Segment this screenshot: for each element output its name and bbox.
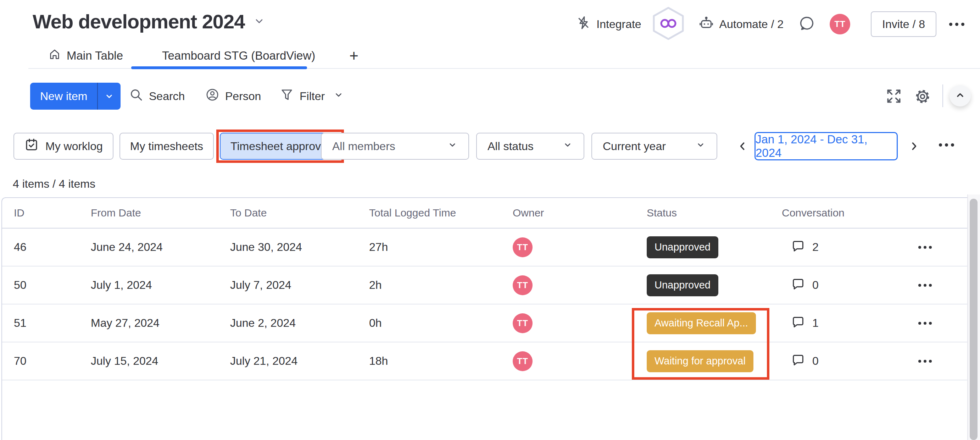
cell-to-date: July 21, 2024	[230, 354, 369, 368]
column-header-to-date[interactable]: To Date	[230, 207, 369, 219]
search-label: Search	[149, 90, 185, 103]
chip-label: Timesheet approval	[231, 140, 330, 153]
search-icon	[129, 87, 143, 105]
conversation-count: 2	[812, 241, 819, 254]
owner-avatar[interactable]: TT	[513, 238, 533, 257]
previous-period-button[interactable]	[735, 137, 750, 155]
owner-avatar[interactable]: TT	[513, 275, 533, 295]
speech-bubble-icon	[791, 315, 805, 332]
conversation-count: 0	[812, 279, 819, 292]
collapse-toolbar-button[interactable]	[950, 85, 971, 107]
status-badge[interactable]: Unapproved	[647, 236, 718, 258]
chevron-up-icon	[954, 89, 966, 102]
workflows-hexagon-badge[interactable]	[651, 6, 686, 42]
invite-button[interactable]: Invite / 8	[871, 11, 936, 37]
chevron-down-icon	[447, 139, 458, 153]
cell-from-date: July 15, 2024	[91, 354, 230, 368]
owner-avatar[interactable]: TT	[513, 351, 533, 371]
status-dropdown[interactable]: All status	[476, 133, 584, 160]
column-header-total-logged-time[interactable]: Total Logged Time	[369, 207, 513, 219]
next-period-button[interactable]	[906, 137, 922, 155]
add-view-button[interactable]: +	[344, 47, 364, 65]
status-badge[interactable]: Awaiting Recall Ap...	[647, 312, 756, 334]
person-icon	[205, 87, 220, 105]
chip-my-timesheets[interactable]: My timesheets	[119, 133, 214, 160]
integrate-button[interactable]: Integrate	[576, 15, 641, 33]
funnel-icon	[279, 87, 294, 105]
conversation-cell[interactable]: 2	[782, 239, 903, 256]
conversation-cell[interactable]: 1	[782, 315, 903, 332]
status-dropdown-value: All status	[487, 140, 534, 153]
filter-chips: My worklog My timesheets Timesheet appro…	[13, 133, 340, 160]
table-row: 70 July 15, 2024 July 21, 2024 18h TT Wa…	[2, 343, 968, 380]
header-more-menu[interactable]	[949, 23, 964, 26]
chevron-down-icon[interactable]	[253, 14, 266, 29]
cell-total-logged-time: 18h	[369, 354, 513, 368]
items-count: 4 items / 4 items	[13, 177, 95, 191]
board-header: Web development 2024	[33, 10, 266, 33]
speech-bubble-icon	[791, 277, 805, 294]
header-actions: Integrate Automate / 2 TT Invite / 8	[576, 8, 964, 40]
cell-to-date: July 7, 2024	[230, 279, 369, 292]
chip-label: My worklog	[45, 140, 103, 153]
new-item-split-button: New item	[30, 83, 121, 110]
members-dropdown[interactable]: All members	[321, 133, 469, 160]
status-badge[interactable]: Waiting for approval	[647, 350, 753, 372]
filter-label: Filter	[300, 90, 325, 103]
chevron-down-icon	[695, 139, 706, 153]
column-header-owner[interactable]: Owner	[513, 207, 647, 219]
fullscreen-icon[interactable]	[885, 87, 903, 107]
cell-from-date: July 1, 2024	[91, 279, 230, 292]
tab-teamboard-label: Teamboard STG (BoardView)	[162, 49, 315, 62]
automate-button[interactable]: Automate / 2	[698, 14, 784, 34]
cell-from-date: June 24, 2024	[91, 241, 230, 254]
row-more-menu[interactable]	[903, 360, 968, 363]
cell-id: 51	[14, 317, 91, 330]
period-dropdown[interactable]: Current year	[592, 133, 717, 160]
conversation-count: 1	[812, 317, 819, 330]
table-row: 51 May 27, 2024 June 2, 2024 0h TT Await…	[2, 304, 968, 343]
members-dropdown-value: All members	[332, 140, 395, 153]
calendar-check-icon	[24, 137, 39, 155]
chat-bubble-icon[interactable]	[799, 15, 816, 33]
new-item-button[interactable]: New item	[30, 83, 97, 110]
user-avatar[interactable]: TT	[830, 14, 850, 34]
column-header-status[interactable]: Status	[647, 207, 782, 219]
filter-row-more-menu[interactable]	[939, 143, 954, 147]
owner-avatar[interactable]: TT	[513, 313, 533, 333]
column-header-from-date[interactable]: From Date	[91, 207, 230, 219]
chip-my-worklog[interactable]: My worklog	[13, 133, 113, 160]
chip-label: My timesheets	[130, 140, 203, 153]
row-more-menu[interactable]	[903, 322, 968, 325]
page-title[interactable]: Web development 2024	[33, 10, 245, 33]
date-range-button[interactable]: Jan 1, 2024 - Dec 31, 2024	[754, 132, 898, 160]
filter-chevron-down-icon	[333, 89, 344, 103]
status-badge[interactable]: Unapproved	[647, 274, 718, 296]
column-header-id[interactable]: ID	[14, 207, 91, 219]
cell-total-logged-time: 27h	[369, 241, 513, 254]
table-row: 46 June 24, 2024 June 30, 2024 27h TT Un…	[2, 228, 968, 266]
tab-main-table[interactable]: Main Table	[38, 44, 134, 67]
scrollbar-thumb[interactable]	[970, 199, 977, 440]
cell-to-date: June 30, 2024	[230, 241, 369, 254]
column-header-conversation[interactable]: Conversation	[782, 207, 903, 219]
new-item-dropdown-button[interactable]	[97, 83, 121, 110]
cell-total-logged-time: 0h	[369, 317, 513, 330]
timesheet-table: ID From Date To Date Total Logged Time O…	[2, 197, 968, 440]
row-more-menu[interactable]	[903, 284, 968, 287]
cell-id: 50	[14, 279, 91, 292]
speech-bubble-icon	[791, 353, 805, 370]
home-icon	[48, 48, 61, 64]
integrate-label: Integrate	[597, 18, 641, 31]
row-more-menu[interactable]	[903, 246, 968, 249]
conversation-cell[interactable]: 0	[782, 277, 903, 294]
search-button[interactable]: Search	[129, 83, 185, 110]
gear-icon[interactable]	[913, 87, 932, 107]
person-filter-button[interactable]: Person	[205, 83, 261, 110]
conversation-cell[interactable]: 0	[782, 353, 903, 370]
tab-teamboard-stg[interactable]: Teamboard STG (BoardView)	[151, 44, 326, 67]
cell-from-date: May 27, 2024	[91, 317, 230, 330]
tab-main-table-label: Main Table	[67, 49, 123, 62]
filter-button[interactable]: Filter	[279, 83, 344, 110]
automate-label: Automate / 2	[719, 18, 784, 31]
